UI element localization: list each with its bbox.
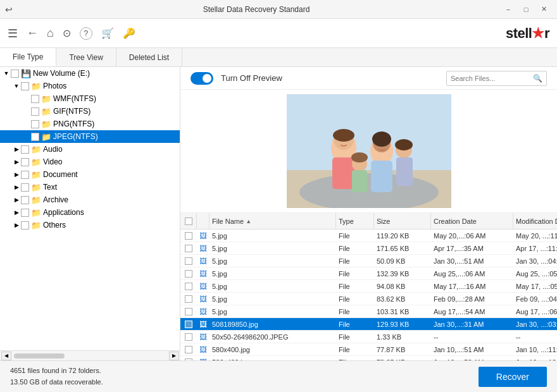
tree-checkbox[interactable] [21, 145, 29, 154]
row-checkbox[interactable] [185, 295, 192, 303]
tree-checkbox[interactable] [21, 196, 29, 204]
expand-arrow: ▶ [13, 159, 20, 165]
row-checkbox-cell[interactable] [180, 232, 197, 240]
menu-icon[interactable]: ☰ [8, 27, 18, 40]
header-checkbox[interactable] [185, 217, 192, 225]
scroll-right-arrow[interactable]: ▶ [169, 352, 179, 360]
file-name: 5.jpg [210, 245, 336, 252]
row-checkbox[interactable] [185, 321, 192, 328]
tree-checkbox[interactable] [21, 183, 29, 192]
folder-icon: 📁 [41, 132, 51, 142]
tree-item-archive[interactable]: ▶ 📁 Archive [0, 193, 180, 206]
back-nav-icon[interactable]: ← [27, 27, 38, 40]
row-checkbox-cell[interactable] [180, 295, 197, 303]
row-checkbox[interactable] [185, 245, 192, 252]
table-row[interactable]: 🖼 580x400.jpg File 77.87 KB Jan 10,...:5… [180, 343, 557, 356]
row-checkbox-cell[interactable] [180, 245, 197, 252]
search-input[interactable] [451, 75, 533, 82]
tree-item-gif[interactable]: 📁 GIF(NTFS) [0, 105, 180, 118]
row-checkbox-cell[interactable] [180, 270, 197, 278]
key-icon[interactable]: 🔑 [123, 27, 135, 39]
tab-tree-view[interactable]: Tree View [56, 48, 116, 66]
tree-item-document[interactable]: ▶ 📁 Document [0, 168, 180, 181]
maximize-button[interactable]: □ [518, 3, 534, 16]
horizontal-scrollbar[interactable]: ◀ ▶ [0, 350, 180, 360]
row-checkbox[interactable] [185, 346, 192, 353]
table-row[interactable]: 🖼 50x50-264986200.JPEG File 1.33 KB -- -… [180, 331, 557, 343]
table-row[interactable]: 🖼 5.jpg File 132.39 KB Aug 25,...:06 AM … [180, 267, 557, 280]
preview-toggle[interactable] [191, 72, 213, 85]
table-row[interactable]: 🖼 5.jpg File 50.09 KB Jan 30,...:51 AM J… [180, 255, 557, 267]
tab-deleted-list[interactable]: Deleted List [116, 48, 182, 66]
th-creation[interactable]: Creation Date [431, 213, 513, 229]
row-checkbox-cell[interactable] [180, 283, 197, 290]
table-row[interactable]: 🖼 508189850.jpg File 129.93 KB Jan 30,..… [180, 318, 557, 331]
expand-arrow: ▶ [13, 209, 20, 216]
row-checkbox[interactable] [185, 308, 192, 315]
row-checkbox[interactable] [185, 358, 192, 361]
th-size[interactable]: Size [374, 213, 431, 229]
row-checkbox-cell[interactable] [180, 358, 197, 361]
tree-item-jpeg[interactable]: 📁 JPEG(NTFS) [0, 130, 180, 143]
recover-button[interactable]: Recover [479, 367, 547, 387]
tree-label: Photos [43, 82, 66, 90]
tree-item-video[interactable]: ▶ 📁 Video [0, 156, 180, 168]
tree-checkbox[interactable] [21, 209, 29, 217]
tree-item-new-volume[interactable]: ▼ 💾 New Volume (E:) [0, 67, 180, 80]
row-checkbox[interactable] [185, 283, 192, 290]
row-checkbox-cell[interactable] [180, 346, 197, 353]
tree-item-others[interactable]: ▶ 📁 Others [0, 219, 180, 231]
cart-icon[interactable]: 🛒 [101, 27, 114, 39]
scan-icon[interactable]: ⊙ [63, 27, 71, 39]
tree-checkbox[interactable] [31, 120, 39, 128]
table-row[interactable]: 🖼 5.jpg File 94.08 KB May 17,...:16 AM M… [180, 280, 557, 293]
tree-item-png[interactable]: 📁 PNG(NTFS) [0, 118, 180, 130]
status-bar: 4651 files found in 72 folders. 13.50 GB… [0, 360, 557, 392]
file-icon: 🖼 [199, 231, 207, 240]
tree-checkbox[interactable] [11, 70, 19, 78]
tree-checkbox[interactable] [21, 171, 29, 179]
th-modification[interactable]: Modification Date [513, 213, 557, 229]
home-icon[interactable]: ⌂ [47, 27, 54, 40]
scroll-left-arrow[interactable]: ◀ [1, 352, 11, 360]
th-type[interactable]: Type [336, 213, 374, 229]
row-checkbox-cell[interactable] [180, 257, 197, 265]
row-checkbox[interactable] [185, 232, 192, 240]
help-icon[interactable]: ? [80, 27, 92, 40]
table-row[interactable]: 🖼 5.jpg File 83.62 KB Feb 09,...:28 AM F… [180, 293, 557, 305]
tree-item-text[interactable]: ▶ 📁 Text [0, 181, 180, 193]
tree-checkbox[interactable] [21, 82, 29, 90]
table-row[interactable]: 🖼 5.jpg File 171.65 KB Apr 17,...:35 AM … [180, 242, 557, 255]
close-button[interactable]: ✕ [535, 3, 552, 16]
row-checkbox[interactable] [185, 257, 192, 265]
th-filename[interactable]: File Name ▲ [210, 213, 336, 229]
tree-checkbox[interactable] [31, 95, 39, 103]
file-creation: Jan 10,...:53 AM [431, 358, 513, 361]
minimize-button[interactable]: − [500, 3, 516, 16]
table-row[interactable]: 🖼 5.jpg File 119.20 KB May 20,...:06 AM … [180, 230, 557, 242]
row-checkbox[interactable] [185, 270, 192, 278]
table-row[interactable]: 🖼 5.jpg File 103.31 KB Aug 17,...:54 AM … [180, 305, 557, 318]
file-type: File [336, 358, 374, 361]
row-checkbox-cell[interactable] [180, 321, 197, 328]
tree-item-wmf[interactable]: 📁 WMF(NTFS) [0, 92, 180, 105]
expand-arrow: ▶ [13, 222, 20, 228]
tree-item-applications[interactable]: ▶ 📁 Applications [0, 206, 180, 219]
svg-rect-13 [396, 157, 413, 186]
tree-checkbox[interactable] [21, 221, 29, 230]
file-creation: Jan 30,...:51 AM [431, 257, 513, 265]
row-checkbox[interactable] [185, 333, 192, 341]
tree-item-photos[interactable]: ▼ 📁 Photos [0, 80, 180, 92]
row-checkbox-cell[interactable] [180, 333, 197, 341]
search-box[interactable]: 🔍 [446, 71, 547, 86]
tree-checkbox[interactable] [31, 107, 39, 116]
tree-checkbox[interactable] [21, 158, 29, 166]
row-checkbox-cell[interactable] [180, 308, 197, 315]
scroll-thumb[interactable] [14, 353, 65, 358]
tab-file-type[interactable]: File Type [0, 48, 56, 66]
table-row[interactable]: 🖼 580x400.jpg File 79.65 KB Jan 10,...:5… [180, 356, 557, 360]
tree-checkbox[interactable] [31, 133, 39, 141]
th-check[interactable] [180, 213, 197, 229]
tree-item-audio[interactable]: ▶ 📁 Audio [0, 143, 180, 156]
back-icon[interactable]: ↩ [5, 4, 13, 15]
